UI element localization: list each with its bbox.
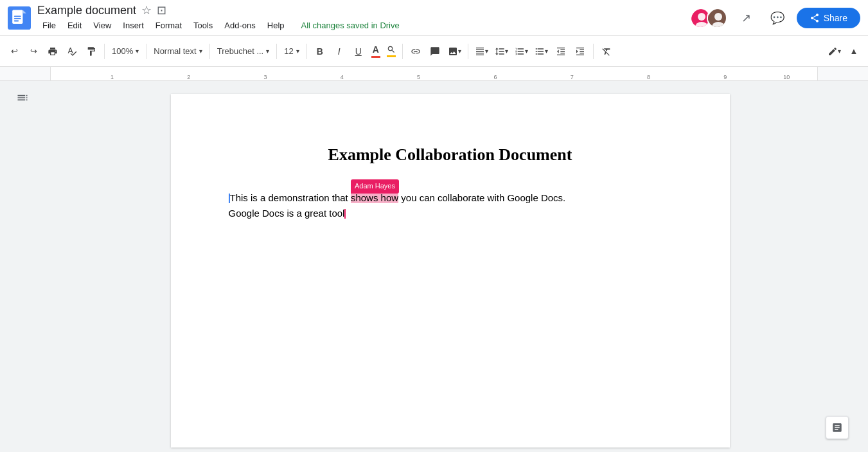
numbered-list-button[interactable]: ▾ [512,42,531,61]
underline-button[interactable]: U [350,42,368,61]
ruler: 1 2 3 4 5 6 7 8 9 10 [0,67,868,81]
zoom-value: 100% [112,46,133,56]
menu-format[interactable]: Format [150,19,187,32]
zoom-chevron-icon: ▾ [136,48,139,55]
star-icon[interactable]: ☆ [141,3,152,17]
font-color-a-icon: A [373,44,379,55]
title-bar: Example document ☆ ⊡ File Edit View Inse… [0,0,868,36]
document-body[interactable]: This is a demonstration that shows howAd… [229,190,672,221]
save-status: All changes saved in Drive [301,21,400,30]
separator-5 [306,44,307,59]
separator-4 [276,44,277,59]
title-area: Example document ☆ ⊡ File Edit View Inse… [37,3,690,32]
menu-addons[interactable]: Add-ons [219,19,260,32]
ruler-mark: 3 [264,74,267,80]
editing-chevron-icon: ▾ [838,48,841,55]
svg-rect-4 [14,20,19,21]
paint-format-button[interactable] [82,42,100,61]
body-line1-highlighted: shows how [351,192,398,203]
document-page[interactable]: Example Collaboration Document This is a… [171,94,730,447]
clear-formatting-button[interactable] [598,42,616,61]
numbered-list-chevron-icon: ▾ [525,48,528,55]
svg-point-9 [714,13,722,21]
ruler-mark: 1 [111,74,114,80]
highlight-bar [387,55,396,57]
text-style-select[interactable]: Normal text ▾ [150,42,205,61]
insert-comment-button[interactable] [426,42,444,61]
separator-8 [593,44,594,59]
document-title[interactable]: Example document [37,4,136,17]
font-family-chevron-icon: ▾ [266,48,269,55]
separator-3 [209,44,210,59]
line-spacing-button[interactable]: ▾ [492,42,511,61]
font-family-value: Trebuchet ... [217,46,264,56]
right-panel [855,81,868,452]
drive-icon[interactable]: ⊡ [157,3,166,17]
separator-6 [402,44,403,59]
outline-icon[interactable] [16,91,29,107]
menu-help[interactable]: Help [262,19,290,32]
title-name-row: Example document ☆ ⊡ [37,3,690,17]
separator-1 [104,44,105,59]
undo-button[interactable]: ↩ [5,42,23,61]
decrease-indent-button[interactable] [552,42,570,61]
body-line1-after: you can collaborate with Google Docs. [398,192,565,203]
ruler-mark: 4 [341,74,344,80]
avatar-group [690,8,727,28]
menu-tools[interactable]: Tools [188,19,218,32]
line-spacing-chevron-icon: ▾ [505,48,508,55]
font-color-bar [371,56,380,58]
font-size-select[interactable]: 12 ▾ [281,42,302,61]
image-chevron-icon: ▾ [458,48,461,55]
comments-icon[interactable]: 💬 [766,6,789,30]
svg-rect-2 [14,15,21,17]
zoom-select[interactable]: 100% ▾ [109,42,142,61]
separator-7 [468,44,468,59]
ruler-mark: 6 [493,74,497,80]
redo-button[interactable]: ↪ [24,42,42,61]
content-area[interactable]: Example Collaboration Document This is a… [45,81,855,452]
svg-point-6 [698,13,705,21]
print-button[interactable] [44,42,62,61]
svg-rect-3 [14,18,21,19]
insert-image-button[interactable]: ▾ [445,42,464,61]
document-heading: Example Collaboration Document [229,145,672,165]
align-button[interactable]: ▾ [472,42,491,61]
collaborator-label: Adam Hayes [351,179,399,194]
main-area: Example Collaboration Document This is a… [0,81,868,452]
font-size-value: 12 [284,46,293,56]
activity-icon[interactable]: ↗ [735,6,758,30]
collapse-button[interactable]: ▲ [845,42,863,61]
body-line1-before: This is a demonstration that [230,192,351,203]
font-size-chevron-icon: ▾ [296,48,299,55]
increase-indent-button[interactable] [571,42,589,61]
docs-logo-icon [8,6,31,30]
menu-bar: File Edit View Insert Format Tools Add-o… [37,19,690,32]
ruler-mark: 10 [783,74,790,80]
bullet-list-chevron-icon: ▾ [545,48,548,55]
explore-button[interactable] [826,416,849,439]
title-right: ↗ 💬 Share [690,6,860,30]
highlight-icon [387,45,396,54]
ruler-mark: 8 [647,74,650,80]
italic-button[interactable]: I [330,42,348,61]
font-family-select[interactable]: Trebuchet ... ▾ [214,42,273,61]
editing-mode-button[interactable]: ▾ [825,42,844,61]
ruler-mark: 9 [723,74,727,80]
text-cursor [344,209,346,219]
highlight-color-button[interactable] [384,44,398,59]
font-color-button[interactable]: A [369,43,383,59]
ruler-inner: 1 2 3 4 5 6 7 8 9 10 [50,67,818,80]
bullet-list-button[interactable]: ▾ [532,42,551,61]
ruler-mark: 2 [187,74,190,80]
share-button[interactable]: Share [797,8,860,28]
spellcheck-button[interactable] [63,42,81,61]
ruler-mark: 5 [417,74,420,80]
bold-button[interactable]: B [311,42,329,61]
menu-view[interactable]: View [88,19,116,32]
text-style-chevron-icon: ▾ [199,48,202,55]
insert-link-button[interactable] [407,42,425,61]
menu-file[interactable]: File [37,19,61,32]
menu-edit[interactable]: Edit [62,19,87,32]
menu-insert[interactable]: Insert [118,19,149,32]
